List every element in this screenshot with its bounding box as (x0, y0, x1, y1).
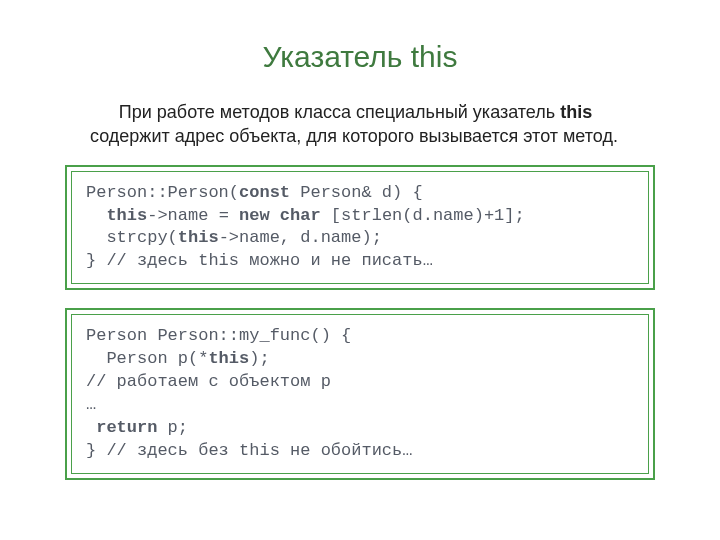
code2-l2a: Person p(* (86, 349, 208, 368)
code1-kw-this2: this (178, 228, 219, 247)
code-block-1: Person::Person(const Person& d) { this->… (65, 165, 655, 291)
code1-kw-this1: this (106, 206, 147, 225)
code2-l4: … (86, 395, 96, 414)
code2-kw-this: this (208, 349, 249, 368)
code-block-2: Person Person::my_func() { Person p(*thi… (65, 308, 655, 480)
code2-l6: } // здесь без this не обойтись… (86, 441, 412, 460)
code-block-2-content: Person Person::my_func() { Person p(*thi… (71, 314, 649, 474)
code1-kw-const: const (239, 183, 290, 202)
code-block-1-content: Person::Person(const Person& d) { this->… (71, 171, 649, 285)
code1-l2a (86, 206, 106, 225)
code1-l2e: [strlen(d.name)+1]; (321, 206, 525, 225)
body-paragraph: При работе методов класса специальный ук… (90, 100, 630, 149)
slide-title: Указатель this (40, 40, 680, 74)
code2-l1: Person Person::my_func() { (86, 326, 351, 345)
code2-l3: // работаем с объектом p (86, 372, 331, 391)
code1-l4: } // здесь this можно и не писать… (86, 251, 433, 270)
code2-l5c: p; (157, 418, 188, 437)
code1-l1a: Person::Person( (86, 183, 239, 202)
paragraph-text-2: содержит адрес объекта, для которого выз… (90, 126, 618, 146)
slide: Указатель this При работе методов класса… (0, 0, 720, 540)
code2-kw-return: return (96, 418, 157, 437)
code1-l2c: ->name = (147, 206, 239, 225)
code1-l3c: ->name, d.name); (219, 228, 382, 247)
code1-l1c: Person& d) { (290, 183, 423, 202)
code2-l2c: ); (249, 349, 269, 368)
paragraph-bold-this: this (560, 102, 592, 122)
code1-l3a: strcpy( (86, 228, 178, 247)
code1-kw-newchar: new char (239, 206, 321, 225)
code2-l5a (86, 418, 96, 437)
paragraph-text-1: При работе методов класса специальный ук… (119, 102, 560, 122)
